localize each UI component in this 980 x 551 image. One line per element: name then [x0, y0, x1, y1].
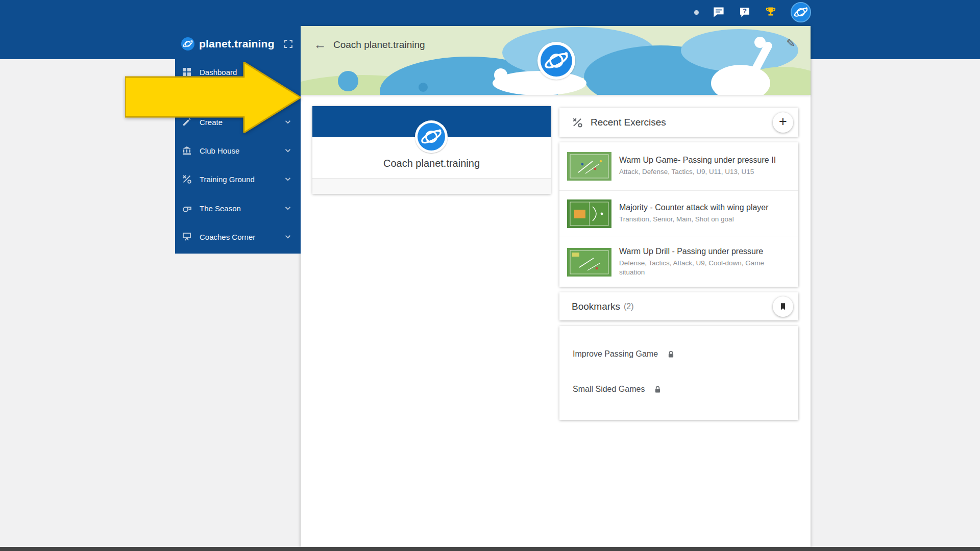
exercise-list-item[interactable]: Warm Up Drill - Passing under pressure D… — [559, 237, 798, 287]
exercise-tags: Transition, Senior, Main, Shot on goal — [619, 215, 790, 224]
coach-board-icon — [182, 232, 192, 242]
brand-name[interactable]: planet.training — [199, 38, 275, 50]
exercise-text: Majority - Counter attack with wing play… — [619, 203, 790, 224]
exercise-title: Warm Up Drill - Passing under pressure — [619, 247, 790, 256]
chat-icon[interactable] — [713, 6, 725, 18]
profile-avatar — [415, 120, 448, 153]
planet-logo-icon — [181, 37, 194, 51]
exercise-thumbnail — [567, 152, 611, 181]
exercise-list-item[interactable]: Warm Up Game- Passing under pressure II … — [559, 142, 798, 191]
bookmarks-title: Bookmarks — [572, 301, 620, 312]
page-title: Coach planet.training — [333, 39, 425, 51]
sidebar-brand-row: planet.training — [181, 34, 293, 54]
bookmark-filter-button[interactable] — [773, 296, 793, 317]
exercise-text: Warm Up Drill - Passing under pressure D… — [619, 247, 790, 277]
recent-exercises-title: Recent Exercises — [591, 117, 666, 128]
sidebar-item-label: The Season — [200, 204, 241, 213]
exercise-thumbnail — [567, 199, 611, 228]
profile-card[interactable]: Coach planet.training — [312, 106, 551, 194]
exercise-title: Majority - Counter attack with wing play… — [619, 203, 790, 212]
bookmark-item[interactable]: Improve Passing Game — [559, 340, 798, 368]
status-dot-icon — [694, 10, 699, 15]
add-exercise-button[interactable]: + — [773, 112, 793, 133]
bookmark-label: Improve Passing Game — [573, 349, 658, 359]
planet-logo-icon — [418, 123, 445, 151]
plus-icon: + — [779, 115, 787, 129]
chevron-down-icon — [283, 204, 292, 213]
annotation-arrow — [125, 62, 301, 133]
exercise-tags: Defense, Tactics, Attack, U9, Cool-down,… — [619, 259, 790, 277]
exercise-title: Warm Up Game- Passing under pressure II — [619, 156, 790, 165]
bookmark-label: Small Sided Games — [573, 385, 645, 394]
sidebar-item-label: Coaches Corner — [200, 233, 255, 241]
bookmarks-count: (2) — [624, 302, 634, 311]
recent-exercises-list: Warm Up Game- Passing under pressure II … — [559, 142, 798, 287]
profile-card-footer — [312, 178, 551, 194]
bookmark-icon — [778, 302, 788, 311]
strategy-icon — [572, 117, 583, 128]
profile-name: Coach planet.training — [312, 158, 551, 169]
clubhouse-icon — [182, 145, 192, 156]
profile-banner: ← Coach planet.training ✎ — [301, 26, 811, 95]
chevron-down-icon — [283, 174, 292, 184]
tactics-icon — [182, 174, 192, 184]
whistle-icon — [182, 203, 192, 213]
sidebar-item-club-house[interactable]: Club House — [175, 136, 301, 165]
top-bar-actions: ? — [694, 2, 811, 23]
exercise-thumbnail — [567, 248, 611, 277]
bookmarks-header: Bookmarks (2) — [559, 292, 798, 320]
bookmark-item[interactable]: Small Sided Games — [559, 375, 798, 404]
exercise-tags: Attack, Defense, Tactics, U9, U11, U13, … — [619, 167, 790, 177]
recent-exercises-header: Recent Exercises + — [559, 108, 798, 137]
help-icon[interactable]: ? — [739, 6, 751, 18]
planet-logo-icon — [541, 45, 572, 77]
chevron-down-icon — [283, 146, 292, 155]
lock-icon — [653, 385, 662, 394]
chevron-down-icon — [283, 232, 292, 241]
app-screen: ? — [0, 0, 980, 551]
exercise-list-item[interactable]: Majority - Counter attack with wing play… — [559, 191, 798, 237]
edit-button[interactable]: ✎ — [783, 37, 798, 50]
sidebar-item-training-ground[interactable]: Training Ground — [175, 165, 301, 193]
exercise-text: Warm Up Game- Passing under pressure II … — [619, 156, 790, 177]
planet-logo-icon — [792, 3, 810, 21]
profile-logo-badge — [537, 42, 575, 80]
user-avatar[interactable] — [791, 2, 811, 22]
bottom-bar — [0, 547, 980, 551]
trophy-icon[interactable] — [765, 6, 777, 18]
sidebar-item-label: Training Ground — [200, 175, 255, 184]
sidebar-item-coaches-corner[interactable]: Coaches Corner — [175, 222, 301, 251]
help-glyph: ? — [743, 8, 747, 15]
sidebar-item-label: Club House — [200, 146, 239, 155]
bookmarks-list: Improve Passing Game Small Sided Games — [559, 326, 798, 420]
lock-icon — [667, 350, 675, 359]
main-content: ← Coach planet.training ✎ — [301, 26, 811, 547]
back-button[interactable]: ← — [312, 36, 328, 53]
fullscreen-icon[interactable] — [283, 39, 293, 49]
sidebar-item-the-season[interactable]: The Season — [175, 194, 301, 222]
